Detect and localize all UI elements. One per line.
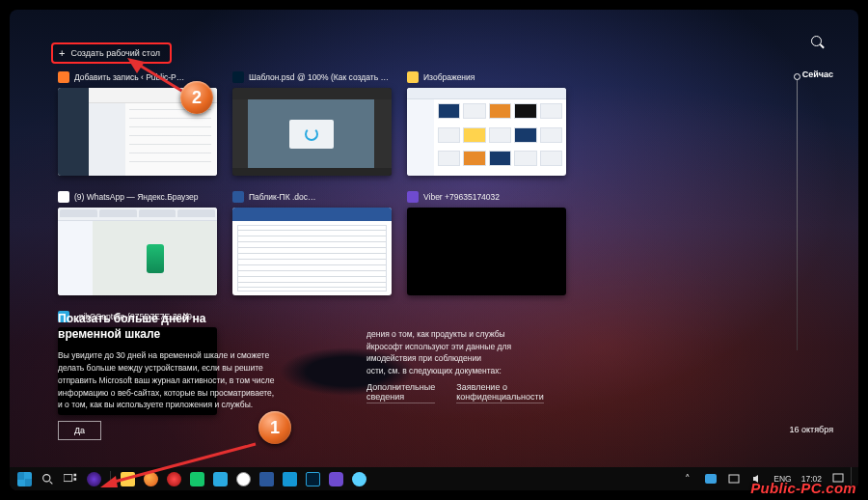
annotation-badge-1: 1 (258, 411, 291, 444)
prompt-link-more[interactable]: Дополнительные сведения (366, 382, 435, 403)
taskbar-viber[interactable] (325, 469, 346, 488)
svg-line-1 (49, 481, 52, 484)
annotation-arrow-1 (96, 439, 270, 490)
tile-title: Паблик-ПК .doc… (249, 192, 392, 202)
task-view-button[interactable] (60, 469, 81, 488)
svg-line-7 (111, 444, 256, 483)
prompt-title: Показать больше дней на временной шкале (58, 311, 251, 342)
photoshop-icon (232, 71, 244, 83)
timeline-now-label: Сейчас (802, 69, 833, 79)
word-icon (232, 191, 244, 203)
taskbar-app-12[interactable] (348, 469, 369, 488)
search-icon[interactable] (810, 35, 826, 50)
taskbar-photoshop[interactable] (302, 469, 323, 488)
timeline-axis[interactable] (797, 80, 798, 350)
tile-title: Шаблон.psd @ 100% (Как создать несколь… (249, 72, 392, 82)
tray-chevron-icon[interactable]: ˄ (677, 469, 698, 488)
start-button[interactable] (14, 469, 35, 488)
task-tile-1[interactable]: Шаблон.psd @ 100% (Как создать несколь… (232, 69, 392, 176)
watermark: Public-PC.com (750, 480, 856, 496)
svg-rect-3 (74, 474, 77, 477)
prompt-link-privacy[interactable]: Заявление о конфиденциальности (456, 382, 543, 403)
explorer-icon (407, 71, 419, 83)
task-tile-3[interactable]: (9) WhatsApp — Яндекс.Браузер (58, 189, 217, 295)
firefox-icon (58, 71, 69, 83)
annotation-badge-2: 2 (180, 81, 213, 114)
task-tile-4[interactable]: Паблик-ПК .doc… (232, 189, 392, 295)
tile-title: Изображения (423, 72, 566, 82)
svg-rect-5 (729, 475, 739, 483)
timeline-date: 16 октября (790, 425, 833, 434)
search-button[interactable] (37, 469, 58, 488)
task-tile-5[interactable]: Viber +79635174032 (407, 189, 566, 295)
task-tile-2[interactable]: Изображения (407, 69, 566, 176)
task-view-screen: + Создать рабочий стол Сейчас 16 октября… (10, 10, 858, 490)
tray-printer-icon[interactable] (700, 469, 721, 488)
tray-network-icon[interactable] (723, 469, 745, 488)
timeline-dot[interactable] (794, 73, 800, 80)
svg-line-9 (137, 64, 188, 95)
svg-rect-4 (74, 478, 77, 481)
svg-point-0 (42, 474, 49, 481)
prompt-yes-button[interactable]: Да (58, 421, 101, 440)
tile-title: (9) WhatsApp — Яндекс.Браузер (74, 192, 217, 202)
taskbar-app-9[interactable] (279, 469, 300, 488)
svg-marker-8 (100, 476, 118, 487)
prompt-body-right: дения о том, как продукты и службы йкрос… (366, 328, 569, 377)
yandex-icon (58, 191, 69, 203)
svg-marker-10 (127, 58, 145, 73)
plus-icon: + (59, 48, 65, 59)
tile-title: Viber +79635174032 (423, 192, 566, 202)
viber-icon (407, 191, 419, 203)
svg-rect-2 (64, 475, 72, 482)
